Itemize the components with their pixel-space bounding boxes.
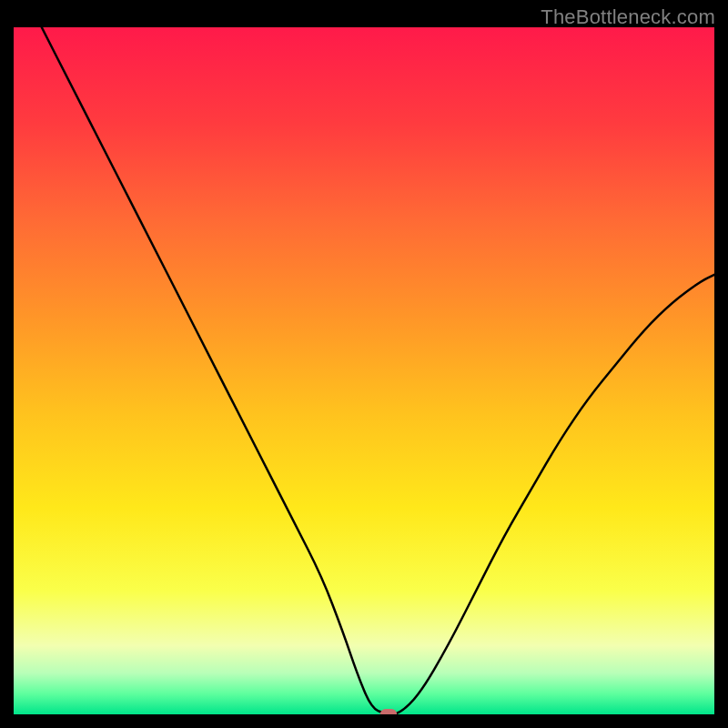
watermark-text: TheBottleneck.com bbox=[541, 5, 715, 29]
bottleneck-chart bbox=[14, 27, 714, 714]
chart-svg bbox=[14, 27, 714, 714]
